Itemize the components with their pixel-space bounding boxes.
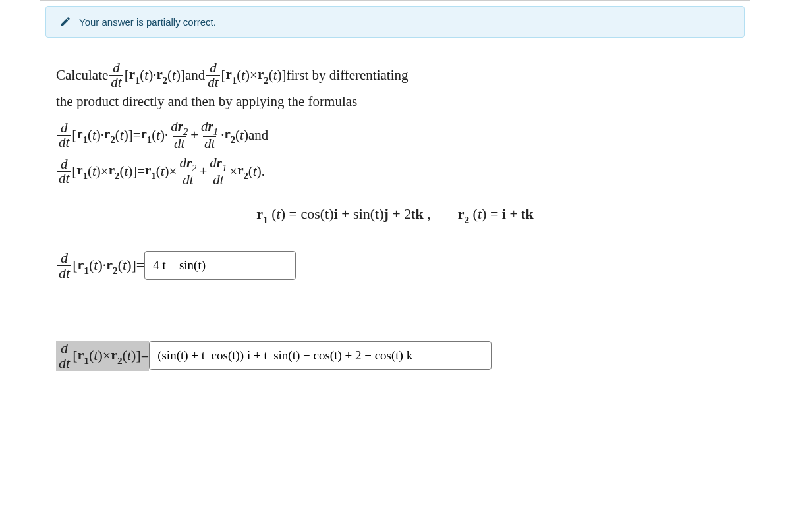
intro-line-2: the product directly and then by applyin…: [56, 90, 734, 115]
r1-symbol: r1: [129, 63, 140, 88]
r2-symbol: r2: [156, 63, 167, 88]
intro-text-a: Calculate: [56, 63, 108, 88]
frac-ddt-2: d dt: [206, 61, 219, 90]
tail-and: and: [248, 127, 268, 144]
cross-product-rule: d dt [ r1 (t) × r2 (t) ] = r1 (t) × dr2 …: [56, 156, 734, 187]
intro-text-c: first by differentiating: [286, 63, 408, 88]
question-container: Your answer is partially correct. Calcul…: [40, 0, 750, 408]
lhs-dot: d dt [ r1 (t) · r2 (t) ] =: [56, 251, 144, 280]
tail-period: .: [262, 163, 265, 180]
answer-input-cross[interactable]: [149, 341, 492, 370]
intro-line-1: Calculate d dt [ r1 (t) · r2 (t) ] and d…: [56, 61, 734, 90]
intro-text-b: and: [185, 63, 205, 88]
answer-input-dot[interactable]: [144, 251, 296, 280]
question-body: Calculate d dt [ r1 (t) · r2 (t) ] and d…: [40, 43, 750, 371]
feedback-text: Your answer is partially correct.: [79, 16, 216, 28]
answer-row-cross: d dt [ r1 (t) × r2 (t) ] =: [56, 341, 734, 371]
answer-row-dot: d dt [ r1 (t) · r2 (t) ] =: [56, 251, 734, 280]
dot-product-rule: d dt [ r1 (t) · r2 (t) ] = r1 (t) · dr2 …: [56, 120, 734, 151]
feedback-banner: Your answer is partially correct.: [45, 6, 745, 38]
given-vectors: r1 (t) = cos(t)i + sin(t)j + 2tk , r2 (t…: [56, 205, 734, 225]
frac-ddt-1: d dt: [109, 61, 123, 90]
lhs-cross-incorrect: d dt [ r1 (t) × r2 (t) ] =: [56, 341, 149, 371]
pencil-icon: [59, 16, 71, 28]
